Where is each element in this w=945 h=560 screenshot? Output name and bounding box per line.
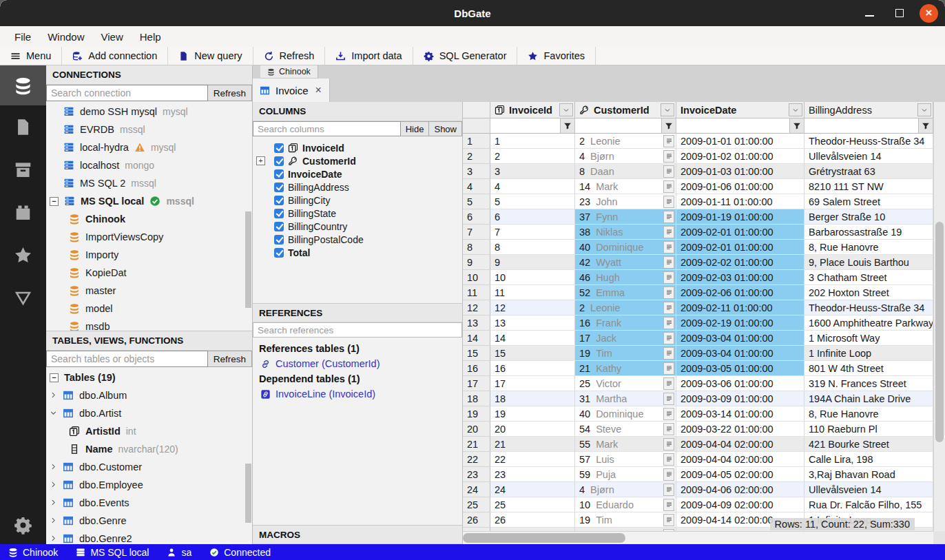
fk-lookup-button[interactable] [663, 377, 674, 390]
row-number[interactable]: 4 [463, 179, 490, 194]
cell-billingaddress[interactable]: Theodor-Heuss-Straße 34 [804, 300, 933, 315]
database-item-model[interactable]: model [46, 300, 252, 318]
fk-lookup-button[interactable] [663, 211, 674, 223]
cell-invoicedate[interactable]: 2009-02-02 01:00:00 [676, 255, 804, 270]
row-number[interactable]: 16 [463, 361, 490, 376]
cell-customerid[interactable]: 4Bjørn [575, 149, 676, 164]
cell-invoicedate[interactable]: 2009-03-05 01:00:00 [676, 361, 804, 376]
chevron-right-icon[interactable] [50, 462, 57, 473]
menu-view[interactable]: View [94, 29, 131, 45]
filter-input-invoiceid[interactable] [490, 118, 560, 133]
toolbar-new-query-button[interactable]: New query [168, 47, 253, 65]
database-item-kopiedat[interactable]: KopieDat [46, 264, 252, 282]
cell-billingaddress[interactable]: 8210 111 ST NW [804, 179, 933, 194]
fk-lookup-button[interactable] [663, 438, 674, 450]
cell-invoiceid[interactable]: 21 [490, 437, 575, 452]
tables-refresh-button[interactable]: Refresh [208, 351, 252, 367]
fk-lookup-button[interactable] [663, 423, 674, 435]
cell-invoicedate[interactable]: 2009-04-09 02:00:00 [676, 497, 804, 512]
cell-invoicedate[interactable]: 2009-03-09 01:00:00 [676, 391, 804, 406]
cell-billingaddress[interactable]: Calle Lira, 198 [804, 452, 933, 467]
cell-invoiceid[interactable]: 24 [490, 482, 575, 497]
table-item-dbo-artist[interactable]: dbo.Artist [46, 404, 252, 422]
show-button[interactable]: Show [429, 121, 462, 136]
cell-invoicedate[interactable]: 2009-01-19 01:00:00 [676, 209, 804, 225]
fk-lookup-button[interactable] [663, 499, 674, 511]
cell-billingaddress[interactable]: 1600 Amphitheatre Parkway [804, 315, 933, 331]
table-item-dbo-customer[interactable]: dbo.Customer [46, 458, 252, 476]
column-toggle-invoiceid[interactable]: InvoiceId [253, 141, 462, 154]
cell-invoiceid[interactable]: 8 [490, 240, 575, 255]
connections-refresh-button[interactable]: Refresh [208, 85, 252, 101]
cell-billingaddress[interactable]: 8, Rue Hanovre [804, 406, 933, 422]
filter-input-customerid[interactable] [575, 118, 661, 133]
fk-lookup-button[interactable] [663, 347, 674, 360]
table-item-dbo-album[interactable]: dbo.Album [46, 386, 252, 404]
cell-customerid[interactable]: 40Dominique [575, 406, 676, 422]
rail-history-button[interactable] [0, 191, 46, 234]
connection-item-demo-ssh-mysql[interactable]: demo SSH mysqlmysql [46, 103, 252, 121]
column-menu-button[interactable] [661, 103, 674, 116]
table-item-dbo-genre[interactable]: dbo.Genre [46, 512, 252, 530]
column-checkbox[interactable] [274, 248, 284, 258]
fk-lookup-button[interactable] [663, 393, 674, 405]
row-number[interactable]: 17 [463, 376, 490, 391]
expand-expander[interactable]: + [256, 156, 265, 165]
column-checkbox[interactable] [274, 169, 284, 179]
cell-billingaddress[interactable]: Grétrystraat 63 [804, 164, 933, 179]
rail-favorites-button[interactable] [0, 234, 46, 276]
cell-invoicedate[interactable]: 2009-01-06 01:00:00 [676, 179, 804, 194]
chevron-right-icon[interactable] [50, 479, 57, 490]
cell-billingaddress[interactable]: 421 Bourke Street [804, 437, 933, 452]
cell-customerid[interactable]: 8Daan [575, 164, 676, 179]
cell-billingaddress[interactable]: Ullevålsveien 14 [804, 149, 933, 164]
toolbar-add-connection-button[interactable]: Add connection [62, 47, 168, 65]
fk-lookup-button[interactable] [663, 332, 674, 344]
cell-customerid[interactable]: 46Hugh [575, 270, 676, 285]
toolbar-menu-button[interactable]: Menu [0, 47, 62, 65]
cell-invoicedate[interactable]: 2009-04-04 02:00:00 [676, 437, 804, 452]
column-menu-button[interactable] [789, 103, 802, 116]
collapse-expander[interactable]: − [50, 373, 59, 382]
fk-lookup-button[interactable] [663, 135, 674, 147]
cell-billingaddress[interactable]: 3,Raj Bhavan Road [804, 467, 933, 482]
cell-invoiceid[interactable]: 16 [490, 361, 575, 376]
horizontal-scrollbar[interactable] [463, 531, 933, 544]
fk-lookup-button[interactable] [663, 408, 674, 420]
cell-customerid[interactable]: 31Martha [575, 391, 676, 406]
column-checkbox[interactable] [274, 235, 284, 245]
cell-invoicedate[interactable]: 2009-03-04 01:00:00 [676, 331, 804, 346]
connection-item-local-hydra[interactable]: local-hydramysql [46, 138, 252, 156]
row-number[interactable]: 19 [463, 406, 490, 422]
cell-invoicedate[interactable]: 2009-02-01 01:00:00 [676, 225, 804, 240]
filter-input-invoicedate[interactable] [676, 118, 789, 133]
cell-customerid[interactable]: 42Wyatt [575, 255, 676, 270]
horizontal-scrollbar-thumb[interactable] [463, 533, 625, 543]
cell-invoicedate[interactable]: 2009-03-22 01:00:00 [676, 422, 804, 437]
fk-lookup-button[interactable] [663, 226, 674, 238]
fk-lookup-button[interactable] [663, 256, 674, 269]
column-item-name[interactable]: Namenvarchar(120) [46, 440, 252, 458]
cell-invoicedate[interactable]: 2009-01-11 01:00:00 [676, 194, 804, 209]
cell-invoiceid[interactable]: 11 [490, 285, 575, 300]
cell-invoiceid[interactable]: 20 [490, 422, 575, 437]
row-number[interactable]: 23 [463, 467, 490, 482]
cell-customerid[interactable]: 40Dominique [575, 240, 676, 255]
filter-funnel-button[interactable] [560, 118, 574, 133]
chevron-right-icon[interactable] [50, 533, 57, 544]
cell-invoiceid[interactable]: 19 [490, 406, 575, 422]
cell-billingaddress[interactable]: 801 W 4th Street [804, 361, 933, 376]
grid-column-header-invoiceid[interactable]: InvoiceId [490, 102, 575, 118]
row-number[interactable]: 1 [463, 134, 490, 149]
database-item-msdb[interactable]: msdb [46, 318, 252, 331]
cell-invoicedate[interactable]: 2009-02-19 01:00:00 [676, 315, 804, 331]
connection-item-localhost[interactable]: localhostmongo [46, 156, 252, 174]
cell-billingaddress[interactable]: 202 Hoxton Street [804, 285, 933, 300]
cell-invoiceid[interactable]: 12 [490, 300, 575, 315]
fk-lookup-button[interactable] [663, 468, 674, 481]
cell-billingaddress[interactable]: Ullevålsveien 14 [804, 482, 933, 497]
row-number[interactable]: 8 [463, 240, 490, 255]
fk-lookup-button[interactable] [663, 317, 674, 329]
column-toggle-total[interactable]: Total [253, 246, 462, 259]
cell-customerid[interactable]: 52Emma [575, 285, 676, 300]
